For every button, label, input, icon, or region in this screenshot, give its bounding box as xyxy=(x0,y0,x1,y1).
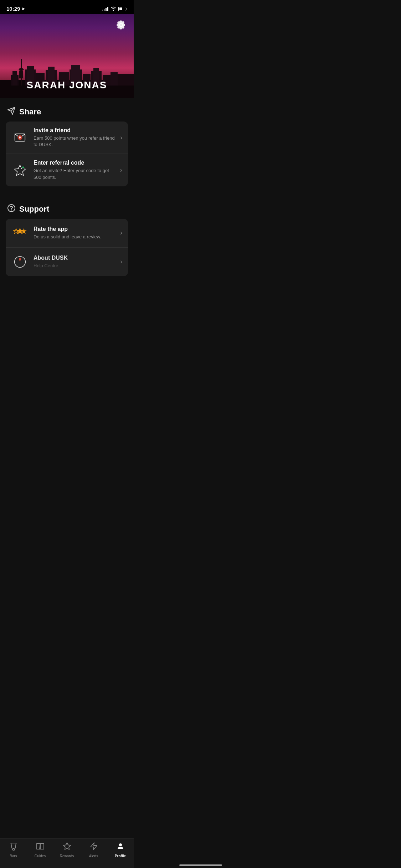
share-section-header: Share xyxy=(0,98,134,122)
invite-friend-item[interactable]: Invite a friend Earn 500 points when you… xyxy=(6,122,128,154)
rate-app-item[interactable]: Rate the app Do us a solid and leave a r… xyxy=(6,219,128,247)
user-name: SARAH JONAS xyxy=(0,79,134,91)
referral-icon xyxy=(11,162,29,179)
invite-friend-subtitle: Earn 500 points when you refer a friend … xyxy=(34,135,115,148)
wifi-icon xyxy=(110,6,116,12)
support-icon xyxy=(7,204,16,215)
svg-point-30 xyxy=(11,210,12,210)
referral-code-text: Enter referral code Got an invite? Enter… xyxy=(34,160,115,180)
hero-section: SARAH JONAS xyxy=(0,0,134,98)
svg-marker-33 xyxy=(21,228,27,234)
svg-point-3 xyxy=(19,68,24,71)
main-content: Share Invite a friend Earn 500 points wh… xyxy=(0,98,134,317)
about-dusk-item[interactable]: ? About DUSK Help Centre › xyxy=(6,247,128,276)
share-label: Share xyxy=(19,107,41,117)
about-chevron: › xyxy=(120,258,122,265)
city-skyline xyxy=(0,52,134,98)
rate-chevron: › xyxy=(120,229,122,237)
invite-chevron: › xyxy=(120,134,122,141)
support-section-header: Support xyxy=(0,195,134,219)
status-bar: 10:29 ➤ xyxy=(0,0,134,14)
status-right xyxy=(102,6,127,12)
invite-icon xyxy=(11,129,29,146)
signal-bars xyxy=(102,7,108,11)
location-icon: ➤ xyxy=(21,6,25,11)
support-label: Support xyxy=(19,205,49,214)
invite-friend-text: Invite a friend Earn 500 points when you… xyxy=(34,127,115,148)
about-dusk-text: About DUSK Help Centre xyxy=(34,255,115,269)
referral-code-item[interactable]: Enter referral code Got an invite? Enter… xyxy=(6,154,128,186)
svg-rect-2 xyxy=(19,71,23,78)
share-icon xyxy=(7,107,16,117)
about-dusk-subtitle: Help Centre xyxy=(34,263,115,269)
share-card-group: Invite a friend Earn 500 points when you… xyxy=(6,122,128,186)
referral-code-title: Enter referral code xyxy=(34,160,115,166)
rate-app-subtitle: Do us a solid and leave a review. xyxy=(34,234,115,240)
referral-chevron: › xyxy=(120,166,122,174)
referral-code-subtitle: Got an invite? Enter your code to get 50… xyxy=(34,167,115,180)
about-icon: ? xyxy=(11,253,29,270)
support-card-group: Rate the app Do us a solid and leave a r… xyxy=(6,219,128,276)
rate-icon xyxy=(11,224,29,242)
about-dusk-title: About DUSK xyxy=(34,255,115,261)
rate-app-title: Rate the app xyxy=(34,226,115,232)
status-time: 10:29 ➤ xyxy=(6,6,25,12)
battery-indicator xyxy=(118,7,127,11)
svg-text:?: ? xyxy=(19,257,21,262)
settings-button[interactable] xyxy=(116,20,127,33)
rate-app-text: Rate the app Do us a solid and leave a r… xyxy=(34,226,115,240)
invite-friend-title: Invite a friend xyxy=(34,127,115,134)
